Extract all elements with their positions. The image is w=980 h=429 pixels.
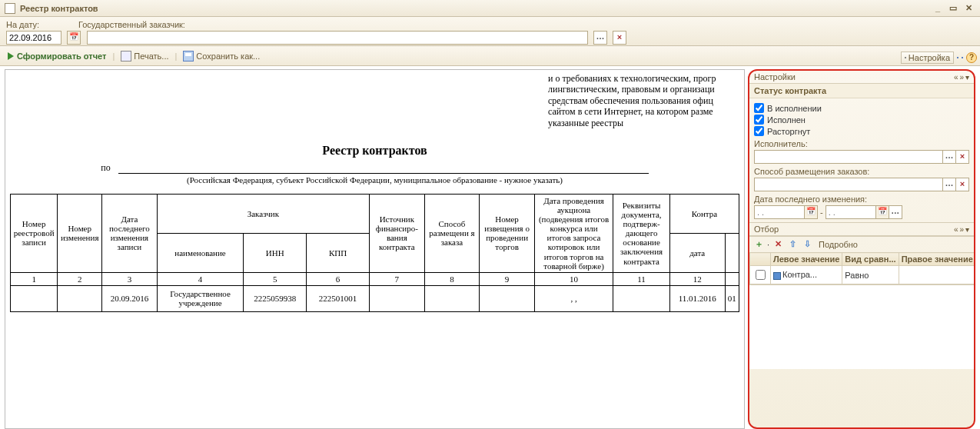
filter-down-button[interactable]: ⇩: [801, 238, 813, 251]
print-icon: [121, 51, 131, 62]
doc-subtitle: (Российская Федерация, субъект Российско…: [10, 175, 739, 185]
method-choose-button[interactable]: …: [942, 178, 956, 191]
filter-grid: Левое значение Вид сравн... Правое значе…: [749, 252, 975, 284]
filter-toolbar: ＋ · ✕ ⇧ ⇩ Подробно: [749, 236, 974, 252]
doc-underline: [118, 162, 649, 174]
status-checkbox-1[interactable]: [754, 103, 764, 113]
doc-title: Реестр контрактов: [10, 144, 739, 158]
save-icon: [183, 51, 194, 62]
window-title: Реестр контрактов: [20, 4, 929, 13]
registry-table: Номер реестровой записи Номер изменения …: [10, 194, 739, 312]
app-icon: [5, 3, 15, 14]
print-button[interactable]: Печать...: [118, 49, 171, 63]
calendar-to-icon[interactable]: 📅: [875, 205, 889, 219]
executor-clear-button[interactable]: ×: [955, 150, 969, 164]
doc-preamble: и о требованиях к технологическим, прогр…: [548, 73, 739, 128]
customer-input[interactable]: [87, 31, 588, 45]
filter-collapse-left-icon[interactable]: «: [954, 225, 958, 234]
settings-panel: Настройки « » ▾ Статус контракта В испол…: [748, 69, 975, 429]
title-bar: Реестр контрактов _ ▭ ✕: [0, 0, 980, 17]
filter-up-button[interactable]: ⇧: [786, 238, 799, 251]
header-form: На дату: Государственный заказчик: 📅 … ×: [0, 17, 980, 46]
filter-more-button[interactable]: Подробно: [816, 240, 861, 249]
date-label: На дату:: [6, 20, 72, 29]
method-label: Способ размещения заказов:: [754, 167, 969, 176]
filter-row[interactable]: Контра... Равно: [750, 266, 976, 284]
doc-icon[interactable]: [962, 57, 963, 58]
date-to-input[interactable]: [826, 205, 876, 219]
choose-button[interactable]: …: [593, 31, 607, 45]
play-icon: [8, 52, 14, 60]
status-checkbox-3[interactable]: [754, 126, 764, 136]
filter-row-checkbox[interactable]: [756, 270, 766, 280]
maximize-button[interactable]: ▭: [946, 3, 960, 14]
clear-button[interactable]: ×: [613, 31, 626, 45]
right-toolbar: Настройка ?: [901, 48, 977, 68]
chevron-down-icon[interactable]: ▾: [965, 73, 969, 81]
lastchange-label: Дата последнего изменения:: [754, 195, 969, 204]
settings-panel-header: Настройки « » ▾: [749, 71, 974, 84]
customer-label: Государственный заказчик:: [78, 20, 185, 29]
collapse-right-icon[interactable]: »: [959, 73, 964, 81]
filter-blank-area: [749, 284, 974, 369]
table-icon[interactable]: [957, 57, 958, 58]
help-icon[interactable]: ?: [966, 52, 977, 63]
status-checkbox-2[interactable]: [754, 115, 764, 125]
save-as-button[interactable]: Сохранить как...: [180, 49, 263, 63]
filter-delete-button[interactable]: ✕: [772, 238, 784, 251]
settings-button[interactable]: Настройка: [901, 52, 954, 64]
filter-add-button[interactable]: ＋: [752, 238, 765, 251]
executor-input[interactable]: [754, 150, 943, 164]
date-from-input[interactable]: [754, 205, 805, 219]
close-button[interactable]: ✕: [962, 3, 975, 14]
status-section-title: Статус контракта: [749, 84, 974, 98]
document-pane: и о требованиях к технологическим, прогр…: [5, 69, 745, 429]
filter-chevron-down-icon[interactable]: ▾: [965, 225, 969, 234]
date-more-button[interactable]: …: [889, 205, 902, 219]
executor-choose-button[interactable]: …: [942, 150, 956, 164]
calendar-icon[interactable]: 📅: [67, 31, 81, 45]
method-input[interactable]: [754, 178, 943, 191]
method-clear-button[interactable]: ×: [955, 178, 969, 191]
minimize-button[interactable]: _: [931, 3, 945, 14]
settings-icon: [905, 57, 906, 58]
calendar-from-icon[interactable]: 📅: [804, 205, 818, 219]
generate-report-button[interactable]: Сформировать отчет: [5, 50, 109, 62]
main-area: и о требованиях к технологическим, прогр…: [0, 68, 980, 429]
filter-collapse-right-icon[interactable]: »: [959, 225, 964, 234]
executor-label: Исполнитель:: [754, 139, 969, 148]
table-row: 20.09.2016 Государственное учреждение 22…: [11, 285, 739, 311]
collapse-left-icon[interactable]: «: [954, 73, 958, 81]
date-input[interactable]: [6, 31, 61, 45]
doc-line-label: по: [101, 162, 113, 174]
field-icon: [773, 272, 781, 280]
toolbar: Сформировать отчет | Печать... | Сохрани…: [0, 46, 980, 66]
filter-panel-header: Отбор « » ▾: [749, 222, 974, 236]
